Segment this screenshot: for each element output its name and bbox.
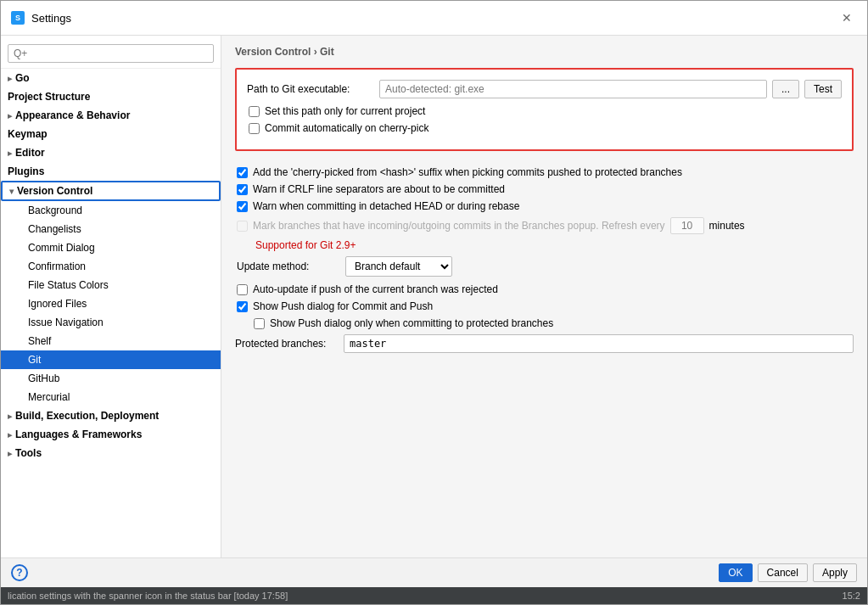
settings-icon — [202, 260, 214, 272]
sidebar-item-label: Confirmation — [28, 260, 86, 272]
sidebar-item-file-status-colors[interactable]: File Status Colors — [1, 276, 221, 294]
sidebar-item-commit-dialog[interactable]: Commit Dialog — [1, 238, 221, 257]
search-box — [1, 39, 221, 69]
sidebar-item-label: Background — [28, 204, 82, 216]
sidebar-item-tools[interactable]: ▸Tools — [1, 444, 221, 462]
show-push-checkbox[interactable] — [237, 301, 248, 312]
sidebar-item-keymap[interactable]: Keymap — [1, 125, 221, 143]
push-only-protected-label[interactable]: Show Push dialog only when committing to… — [270, 317, 553, 329]
arrow-icon: ▸ — [8, 148, 12, 158]
add-suffix-row: Add the 'cherry-picked from <hash>' suff… — [235, 166, 854, 178]
settings-icon — [200, 185, 212, 197]
sidebar-item-appearance-behavior[interactable]: ▸Appearance & Behavior — [1, 106, 221, 125]
cancel-button[interactable]: Cancel — [758, 563, 808, 582]
push-only-protected-checkbox[interactable] — [254, 318, 265, 329]
test-button[interactable]: Test — [804, 80, 842, 98]
settings-icon — [202, 354, 214, 366]
sidebar-item-label: GitHub — [28, 373, 59, 384]
current-project-row: Set this path only for current project — [247, 105, 842, 117]
auto-update-label[interactable]: Auto-update if push of the current branc… — [253, 283, 498, 295]
current-project-checkbox[interactable] — [249, 106, 260, 117]
settings-window: S Settings ✕ ▸GoProject Structure▸Appear… — [0, 0, 868, 605]
sidebar-item-background[interactable]: Background — [1, 201, 221, 220]
settings-icon — [202, 447, 214, 459]
supported-note: Supported for Git 2.9+ — [235, 239, 854, 251]
show-push-label[interactable]: Show Push dialog for Commit and Push — [253, 300, 433, 312]
add-suffix-label[interactable]: Add the 'cherry-picked from <hash>' suff… — [253, 166, 682, 178]
arrow-icon: ▸ — [8, 74, 12, 83]
protected-branches-label: Protected branches: — [235, 338, 337, 350]
close-button[interactable]: ✕ — [837, 8, 857, 28]
sidebar-item-version-control[interactable]: ▾Version Control — [1, 181, 221, 201]
current-project-label[interactable]: Set this path only for current project — [265, 105, 425, 117]
warn-detached-label[interactable]: Warn when committing in detached HEAD or… — [253, 200, 519, 212]
sidebar-item-git[interactable]: Git — [1, 350, 221, 369]
settings-icon — [202, 279, 214, 291]
settings-icon — [202, 335, 214, 347]
warn-crlf-row: Warn if CRLF line separators are about t… — [235, 183, 854, 195]
cherry-pick-label[interactable]: Commit automatically on cherry-pick — [265, 122, 428, 134]
sidebar-item-github[interactable]: GitHub — [1, 369, 221, 388]
sidebar-item-label: Appearance & Behavior — [15, 109, 130, 121]
sidebar-item-go[interactable]: ▸Go — [1, 69, 221, 87]
sidebar-item-label: Version Control — [17, 185, 92, 197]
apply-button[interactable]: Apply — [813, 563, 857, 582]
path-input[interactable] — [379, 80, 767, 98]
sidebar-item-label: Keymap — [8, 128, 48, 140]
sidebar-item-build-execution-deployment[interactable]: ▸Build, Execution, Deployment — [1, 406, 221, 425]
arrow-icon: ▸ — [8, 449, 12, 458]
sidebar-item-plugins[interactable]: Plugins — [1, 162, 221, 181]
sidebar-item-label: Shelf — [28, 335, 51, 347]
sidebar-item-changelists[interactable]: Changelists — [1, 220, 221, 238]
settings-icon — [202, 72, 214, 84]
arrow-icon: ▸ — [8, 412, 12, 421]
sidebar-item-languages-frameworks[interactable]: ▸Languages & Frameworks — [1, 425, 221, 444]
settings-icon — [202, 373, 214, 384]
ok-button[interactable]: OK — [719, 563, 752, 582]
mark-branches-label: Mark branches that have incoming/outgoin… — [253, 220, 665, 232]
refresh-minutes-input — [670, 217, 704, 234]
cherry-pick-checkbox[interactable] — [249, 123, 260, 134]
main-content: Version Control › Git Path to Git execut… — [221, 36, 867, 557]
warn-detached-checkbox[interactable] — [237, 201, 248, 212]
update-method-select[interactable]: Branch default Merge Rebase — [345, 256, 452, 277]
warn-detached-row: Warn when committing in detached HEAD or… — [235, 200, 854, 212]
warn-crlf-checkbox[interactable] — [237, 184, 248, 195]
mark-branches-row: Mark branches that have incoming/outgoin… — [235, 217, 854, 234]
sidebar-item-project-structure[interactable]: Project Structure — [1, 87, 221, 106]
help-button[interactable]: ? — [11, 564, 28, 581]
warn-crlf-label[interactable]: Warn if CRLF line separators are about t… — [253, 183, 505, 195]
sidebar: ▸GoProject Structure▸Appearance & Behavi… — [1, 36, 221, 557]
sidebar-item-editor[interactable]: ▸Editor — [1, 143, 221, 162]
search-input[interactable] — [8, 44, 214, 63]
update-method-label: Update method: — [237, 260, 339, 272]
auto-update-row: Auto-update if push of the current branc… — [235, 283, 854, 295]
path-label: Path to Git executable: — [247, 83, 374, 95]
auto-update-checkbox[interactable] — [237, 284, 248, 295]
sidebar-item-mercurial[interactable]: Mercurial — [1, 388, 221, 406]
settings-icon — [202, 204, 214, 216]
sidebar-item-label: Commit Dialog — [28, 242, 95, 254]
add-suffix-checkbox[interactable] — [237, 167, 248, 178]
protected-branches-input[interactable] — [344, 334, 854, 353]
cherry-pick-row: Commit automatically on cherry-pick — [247, 122, 842, 134]
status-bar: lication settings with the spanner icon … — [1, 587, 867, 604]
sidebar-item-shelf[interactable]: Shelf — [1, 332, 221, 350]
settings-icon — [202, 391, 214, 403]
sidebar-item-label: Project Structure — [8, 91, 90, 103]
settings-icon — [202, 410, 214, 422]
settings-icon — [202, 147, 214, 159]
browse-button[interactable]: ... — [772, 80, 799, 98]
sidebar-item-issue-navigation[interactable]: Issue Navigation — [1, 313, 221, 332]
arrow-icon: ▸ — [8, 111, 12, 120]
nav-list: ▸GoProject Structure▸Appearance & Behavi… — [1, 69, 221, 462]
mark-branches-checkbox — [237, 221, 248, 232]
settings-icon — [202, 429, 214, 440]
sidebar-item-ignored-files[interactable]: Ignored Files — [1, 294, 221, 313]
breadcrumb: Version Control › Git — [235, 46, 854, 58]
settings-icon — [202, 128, 214, 140]
bottom-bar: ? OK Cancel Apply — [1, 557, 867, 587]
title-bar: S Settings ✕ — [1, 1, 867, 36]
arrow-icon: ▸ — [8, 430, 12, 440]
sidebar-item-confirmation[interactable]: Confirmation — [1, 257, 221, 276]
